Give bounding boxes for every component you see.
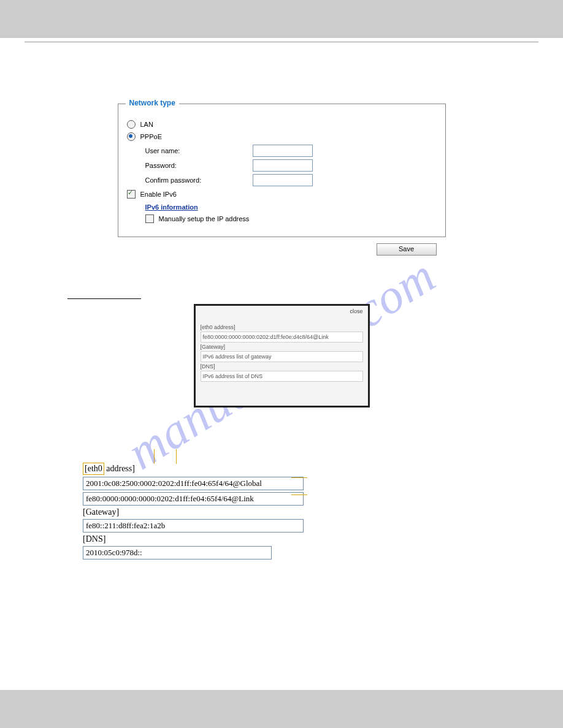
- manual-ip-row[interactable]: Manually setup the IP address: [145, 214, 437, 223]
- option-pppoe[interactable]: PPPoE: [127, 132, 437, 141]
- radio-icon[interactable]: [127, 120, 136, 129]
- popup-eth0-label: [eth0 address]: [201, 323, 363, 332]
- manual-ip-label: Manually setup the IP address: [159, 215, 250, 222]
- option-lan-label: LAN: [140, 121, 153, 128]
- footer-bar: [0, 690, 563, 728]
- username-label: User name:: [145, 147, 253, 154]
- ip-link-address: fe80:0000:0000:0000:0202:d1ff:fe04:65f4/…: [83, 492, 304, 506]
- callout-line: [291, 477, 307, 478]
- ipv6-info-popup: close [eth0 address] fe80:0000:0000:0000…: [194, 304, 370, 408]
- callout-line: [291, 495, 307, 495]
- ip-global-address: 2001:0c08:2500:0002:0202:d1ff:fe04:65f4/…: [83, 477, 304, 490]
- radio-icon[interactable]: [127, 132, 136, 141]
- fieldset-legend: Network type: [126, 99, 179, 107]
- popup-dns-label: [DNS]: [201, 362, 363, 371]
- header-bar: [0, 0, 563, 38]
- ip-detail-section: [eth0 address] 2001:0c08:2500:0002:0202:…: [83, 463, 304, 559]
- dns-header: [DNS]: [83, 534, 304, 544]
- ipv6-information-link[interactable]: IPv6 information: [145, 203, 198, 211]
- callout-line: [154, 449, 155, 464]
- password-input[interactable]: [253, 159, 313, 172]
- gateway-value: fe80::211:d8ff:fea2:1a2b: [83, 519, 304, 533]
- confirm-password-label: Confirm password:: [145, 176, 253, 184]
- callout-line: [176, 449, 177, 464]
- enable-ipv6[interactable]: Enable IPv6: [127, 190, 437, 199]
- checkbox-icon[interactable]: [145, 214, 154, 223]
- password-label: Password:: [145, 162, 253, 169]
- popup-gateway-label: [Gateway]: [201, 343, 363, 351]
- option-lan[interactable]: LAN: [127, 120, 437, 129]
- checkbox-icon[interactable]: [127, 190, 136, 199]
- username-input[interactable]: [253, 145, 313, 157]
- confirm-password-input[interactable]: [253, 174, 313, 186]
- popup-dns-value: IPv6 address list of DNS: [201, 371, 363, 382]
- save-button[interactable]: Save: [377, 243, 437, 256]
- option-pppoe-label: PPPoE: [140, 133, 162, 140]
- popup-gateway-value: IPv6 address list of gateway: [201, 351, 363, 362]
- eth0-header: [eth0 address]: [83, 463, 304, 475]
- eth0-highlight: [eth0: [83, 463, 104, 475]
- network-type-fieldset: Network type LAN PPPoE User name: Passwo…: [118, 104, 446, 237]
- close-link[interactable]: close: [350, 308, 362, 314]
- dns-value: 2010:05c0:978d::: [83, 546, 272, 559]
- popup-eth0-value: fe80:0000:0000:0000:0202:d1ff:fe0e:d4c8/…: [201, 332, 363, 343]
- section-underline: [67, 298, 141, 299]
- gateway-header: [Gateway]: [83, 507, 304, 517]
- enable-ipv6-label: Enable IPv6: [140, 191, 177, 198]
